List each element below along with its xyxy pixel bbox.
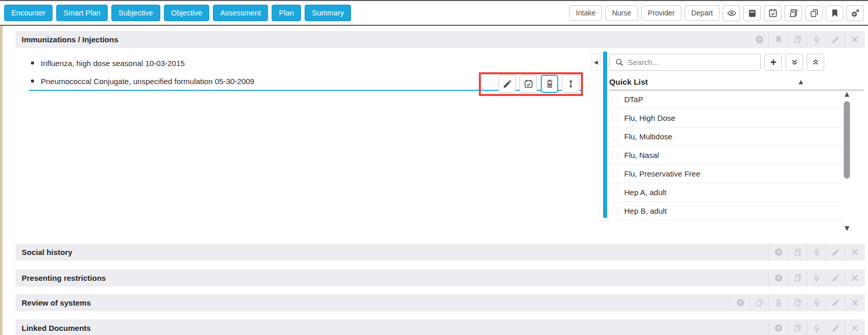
immunization-item-label: Influenza, high dose seasonal 10-03-2015 [41, 59, 185, 68]
svg-text:?: ? [777, 325, 780, 331]
nav-encounter-button[interactable]: Encounter [4, 5, 53, 21]
archive-button[interactable] [743, 5, 761, 21]
mic-button[interactable] [807, 269, 826, 286]
nav-objective-button[interactable]: Objective [164, 5, 209, 21]
search-input[interactable] [628, 58, 755, 67]
quick-list-item-label: Flu, High Dose [624, 114, 675, 122]
pencil-icon [831, 298, 840, 307]
quick-list-item-flu-preservative-free[interactable]: Flu, Preservative Free [609, 165, 842, 183]
plus-button[interactable] [764, 54, 782, 71]
help-icon: ? [774, 324, 783, 332]
section-header-icons: ? [769, 244, 864, 261]
mic-button[interactable] [807, 320, 826, 335]
gears-button[interactable] [846, 5, 864, 21]
radio-icon[interactable] [611, 133, 619, 140]
calendar-check-button[interactable] [764, 5, 781, 21]
item-action-toolbar [498, 75, 579, 93]
immunization-item[interactable]: Influenza, high dose seasonal 10-03-2015 [29, 54, 582, 72]
book-icon [793, 35, 802, 44]
svg-text:?: ? [758, 37, 761, 42]
pencil-button[interactable] [826, 269, 845, 286]
item-updown-arrow-button[interactable] [562, 75, 579, 93]
mic-button[interactable] [807, 294, 826, 311]
book-button[interactable] [788, 269, 807, 286]
eye-button[interactable] [723, 5, 740, 21]
pencil-button[interactable] [826, 320, 845, 335]
top-right-group: IntakeNurseProviderDepart [569, 5, 864, 21]
radio-icon[interactable] [611, 188, 619, 196]
item-calendar-check-button[interactable] [520, 75, 537, 93]
quick-list-item-flu-high-dose[interactable]: Flu, High Dose [609, 109, 842, 127]
bookmark-icon [830, 8, 840, 18]
pencil-icon [831, 35, 840, 44]
quick-list-item-flu-nasal[interactable]: Flu, Nasal [609, 146, 842, 165]
triangle-left-icon: ◀ [594, 60, 598, 65]
book-button[interactable] [788, 244, 807, 261]
nav-subjective-button[interactable]: Subjective [111, 5, 160, 21]
provider-button[interactable]: Provider [641, 5, 681, 21]
scroll-down-icon[interactable]: ▼ [842, 225, 852, 231]
radio-icon[interactable] [611, 170, 619, 178]
help-button[interactable]: ? [769, 269, 788, 286]
book-icon [793, 274, 802, 282]
book-button[interactable] [788, 320, 807, 335]
pencil-button[interactable] [826, 294, 845, 311]
collapse-up-triangle-icon[interactable]: ▲ [799, 79, 803, 85]
pencil-button[interactable] [826, 244, 845, 261]
chevron-double-up-button[interactable] [807, 54, 824, 71]
trash-button[interactable] [769, 294, 788, 311]
nav-summary-button[interactable]: Summary [305, 5, 351, 21]
copy-button[interactable] [749, 294, 769, 311]
nav-smart-plan-button[interactable]: Smart Plan [56, 5, 108, 21]
chevron-double-down-icon [790, 58, 799, 67]
bookmark-button[interactable] [826, 5, 843, 21]
intake-button[interactable]: Intake [569, 5, 602, 21]
help-button[interactable]: ? [730, 294, 749, 311]
pencil-button[interactable] [826, 31, 845, 48]
radio-icon[interactable] [611, 151, 619, 159]
quick-list-header[interactable]: Quick List ▲ [609, 74, 864, 90]
help-button[interactable]: ? [769, 320, 788, 335]
pencil-icon [831, 248, 840, 257]
nav-assessment-button[interactable]: Assessment [213, 5, 268, 21]
quick-list-item-hep-a-adult[interactable]: Hep A, adult [609, 183, 842, 202]
quick-list-item-hep-b-adult[interactable]: Hep B, adult [609, 202, 842, 220]
help-button[interactable]: ? [749, 31, 769, 48]
bookmark-button[interactable] [769, 31, 788, 48]
scrollbar-thumb[interactable] [844, 101, 850, 179]
chevron-double-down-button[interactable] [786, 54, 803, 71]
scroll-up-icon[interactable]: ▲ [842, 91, 852, 97]
x-button[interactable] [845, 269, 864, 286]
book-button[interactable] [788, 31, 807, 48]
book-button[interactable] [784, 5, 802, 21]
radio-icon[interactable] [611, 114, 619, 122]
x-button[interactable] [845, 244, 864, 261]
radio-icon[interactable] [611, 207, 619, 215]
section-title-review-of-systems: Review of systems [22, 298, 91, 307]
help-button[interactable]: ? [769, 244, 788, 261]
left-edge-strip [0, 26, 3, 335]
quick-list-item-dtap[interactable]: DTaP [609, 90, 842, 109]
collapse-panel-button[interactable]: ◀ [591, 54, 601, 71]
x-button[interactable] [845, 31, 864, 48]
quick-list-item-flu-multidose[interactable]: Flu, Multidose [609, 127, 842, 146]
item-trash-button[interactable] [541, 75, 558, 93]
nurse-button[interactable]: Nurse [605, 5, 638, 21]
copy-button[interactable] [805, 5, 823, 21]
depart-button[interactable]: Depart [685, 5, 720, 21]
mic-button[interactable] [807, 31, 826, 48]
item-pencil-button[interactable] [498, 75, 516, 93]
book-icon [793, 298, 802, 307]
x-button[interactable] [845, 294, 864, 311]
quick-list-item-label: Hep A, adult [624, 188, 666, 197]
quick-list-scrollbar[interactable]: ▲ ▼ [842, 91, 852, 231]
radio-icon[interactable] [611, 95, 619, 103]
mic-button[interactable] [807, 244, 826, 261]
search-box [609, 54, 761, 71]
book-button[interactable] [788, 294, 807, 311]
nav-plan-button[interactable]: Plan [272, 5, 301, 21]
help-icon: ? [736, 298, 745, 307]
bullet-icon [31, 61, 34, 65]
x-button[interactable] [845, 320, 864, 335]
x-icon [850, 35, 859, 44]
